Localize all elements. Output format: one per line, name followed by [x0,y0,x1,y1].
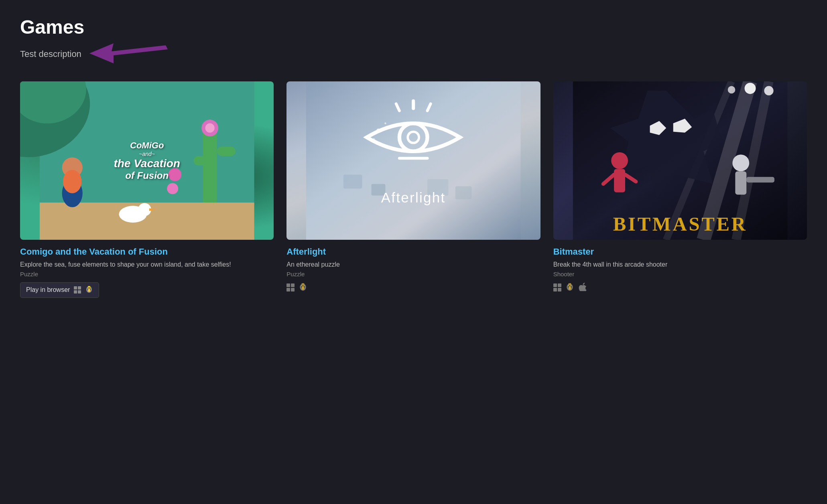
windows-icon [74,286,81,293]
svg-rect-66 [746,177,774,182]
svg-point-55 [764,86,773,95]
game-subtitle-comigo: Explore the sea, fuse elements to shape … [20,261,274,268]
platforms-row-bitmaster [553,282,807,293]
game-title-comigo: Comigo and the Vacation of Fusion [20,246,274,258]
linux-icon [565,282,574,293]
game-thumbnail-afterlight: Afterlight [287,81,540,240]
svg-point-21 [89,288,90,289]
linux-icon [299,282,307,293]
svg-point-20 [88,288,89,289]
game-thumbnail-comigo: CoMiGo ~and~ the Vacation of Fusion [20,81,274,240]
linux-icon [85,285,93,295]
game-genre-comigo: Puzzle [20,271,274,277]
game-subtitle-bitmaster: Break the 4th wall in this arcade shoote… [553,261,807,268]
svg-rect-27 [343,174,362,188]
svg-point-60 [611,152,628,169]
svg-point-12 [63,170,81,193]
games-grid: CoMiGo ~and~ the Vacation of Fusion Comi… [20,81,807,302]
arrow-annotation [89,41,170,67]
play-browser-label: Play in browser [26,286,70,293]
svg-point-56 [727,86,735,94]
svg-point-24 [88,286,89,287]
svg-rect-6 [217,147,236,156]
windows-icon [287,283,295,291]
svg-point-17 [167,183,178,194]
svg-marker-0 [89,43,168,63]
svg-point-49 [303,283,304,285]
svg-point-14 [138,203,151,216]
play-browser-button[interactable]: Play in browser [20,282,99,298]
svg-point-8 [205,123,214,133]
svg-point-54 [744,83,756,94]
svg-rect-65 [735,171,746,194]
svg-point-75 [570,283,571,285]
game-card-bitmaster[interactable]: BITMASTER Bitmaster Break the 4th wall i… [553,81,807,302]
svg-text:BITMASTER: BITMASTER [613,213,747,235]
description-row: Test description [20,41,807,67]
svg-point-64 [732,154,749,171]
svg-point-44 [302,285,303,286]
game-thumbnail-bitmaster: BITMASTER [553,81,807,240]
svg-point-45 [303,285,305,286]
svg-rect-5 [193,156,212,165]
svg-rect-61 [614,169,625,192]
svg-point-48 [302,283,303,285]
game-genre-bitmaster: Shooter [553,271,807,277]
game-title-bitmaster: Bitmaster [553,246,807,258]
apple-icon [578,282,587,293]
svg-point-70 [568,285,569,286]
svg-point-40 [384,122,386,124]
game-comigo-thumb-text: CoMiGo ~and~ the Vacation of Fusion [114,140,180,181]
svg-rect-30 [455,186,472,200]
svg-point-74 [568,283,569,285]
platforms-row-afterlight [287,282,540,293]
svg-point-46 [302,286,305,290]
svg-point-22 [88,289,90,292]
game-subtitle-afterlight: An ethereal puzzle [287,261,540,268]
game-genre-afterlight: Puzzle [287,271,540,277]
platforms-row-comigo: Play in browser [20,282,274,302]
svg-point-72 [568,286,571,290]
svg-point-25 [89,286,90,287]
game-card-comigo[interactable]: CoMiGo ~and~ the Vacation of Fusion Comi… [20,81,274,302]
svg-text:Afterlight: Afterlight [381,190,446,205]
page-title: Games [20,16,807,38]
page-description: Test description [20,49,81,59]
svg-point-71 [570,285,571,286]
game-title-afterlight: Afterlight [287,246,540,258]
windows-icon [553,283,561,291]
game-card-afterlight[interactable]: Afterlight Afterlight An ethereal puzzle… [287,81,540,302]
svg-point-39 [372,138,375,141]
svg-point-38 [377,128,380,132]
